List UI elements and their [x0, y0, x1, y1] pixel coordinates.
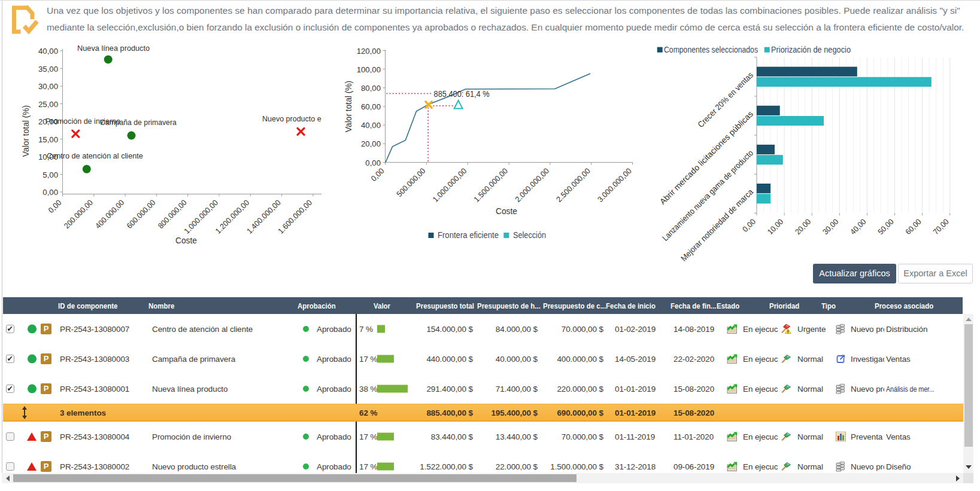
svg-text:20,00: 20,00	[793, 217, 812, 236]
svg-text:2.000.000,00: 2.000.000,00	[513, 166, 551, 204]
svg-text:120,00: 120,00	[357, 47, 381, 56]
svg-text:400.000,00: 400.000,00	[93, 198, 126, 230]
svg-text:40,00: 40,00	[361, 121, 381, 130]
svg-text:10,00: 10,00	[766, 217, 785, 236]
svg-text:0,00: 0,00	[43, 188, 58, 197]
svg-text:20,00: 20,00	[361, 139, 381, 148]
svg-text:40,00: 40,00	[848, 217, 867, 236]
svg-text:800.000,00: 800.000,00	[156, 198, 189, 230]
svg-text:70,00: 70,00	[931, 217, 950, 236]
svg-text:50,00: 50,00	[876, 217, 895, 236]
svg-text:60,00: 60,00	[361, 102, 381, 111]
svg-text:1.000.000,00: 1.000.000,00	[431, 166, 469, 204]
svg-text:25,00: 25,00	[38, 100, 58, 109]
svg-text:3.000.000,00: 3.000.000,00	[596, 166, 633, 204]
svg-text:Priorización de negocio: Priorización de negocio	[771, 45, 851, 54]
svg-text:0,00: 0,00	[741, 217, 757, 234]
svg-text:Valor total (%): Valor total (%)	[344, 81, 353, 132]
svg-text:1.500.000,00: 1.500.000,00	[472, 166, 509, 204]
svg-text:Coste: Coste	[496, 207, 517, 216]
svg-text:Nuevo producto estrella: Nuevo producto estrella	[262, 114, 321, 123]
svg-text:60,00: 60,00	[903, 217, 923, 236]
svg-text:Valor total (%): Valor total (%)	[22, 105, 31, 157]
svg-text:80,00: 80,00	[361, 84, 381, 93]
svg-text:100,00: 100,00	[357, 65, 381, 74]
svg-text:Frontera eficiente: Frontera eficiente	[438, 231, 499, 240]
svg-text:Centro de atención al cliente: Centro de atención al cliente	[47, 151, 143, 160]
svg-text:2.500.000,00: 2.500.000,00	[554, 166, 592, 204]
svg-text:30,00: 30,00	[38, 82, 58, 91]
svg-text:500.000,00: 500.000,00	[395, 166, 427, 199]
svg-text:5,00: 5,00	[43, 170, 58, 179]
svg-text:600.000,00: 600.000,00	[125, 198, 157, 230]
svg-text:885.400: 61,4 %: 885.400: 61,4 %	[434, 89, 490, 99]
svg-text:0,00: 0,00	[47, 198, 63, 215]
svg-text:Selección: Selección	[513, 231, 546, 240]
svg-text:40,00: 40,00	[38, 47, 58, 56]
svg-text:Campaña de primavera: Campaña de primavera	[100, 118, 177, 127]
svg-text:0,00: 0,00	[369, 166, 386, 183]
svg-text:Nueva línea producto: Nueva línea producto	[77, 44, 150, 53]
svg-text:15,00: 15,00	[38, 135, 58, 144]
svg-text:1.600.000,00: 1.600.000,00	[276, 198, 314, 236]
svg-text:Coste: Coste	[175, 236, 197, 245]
svg-text:30,00: 30,00	[821, 217, 840, 236]
svg-text:200.000,00: 200.000,00	[62, 198, 95, 230]
svg-text:Componentes seleccionados: Componentes seleccionados	[664, 45, 758, 54]
svg-text:0,00: 0,00	[365, 158, 381, 167]
svg-text:35,00: 35,00	[38, 65, 58, 74]
